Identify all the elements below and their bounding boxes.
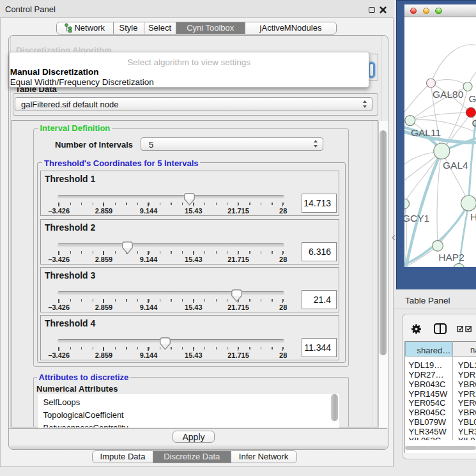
svg-text:CYC: CYC (472, 118, 476, 128)
svg-text:GCY1: GCY1 (404, 213, 429, 224)
svg-text:GAL3: GAL3 (469, 93, 476, 104)
svg-text:HIS: HIS (470, 211, 476, 222)
svg-text:GAL80: GAL80 (433, 89, 464, 100)
svg-text:HAP2: HAP2 (438, 252, 464, 263)
svg-text:GAL11: GAL11 (411, 127, 441, 138)
svg-text:GAL4: GAL4 (443, 160, 468, 171)
